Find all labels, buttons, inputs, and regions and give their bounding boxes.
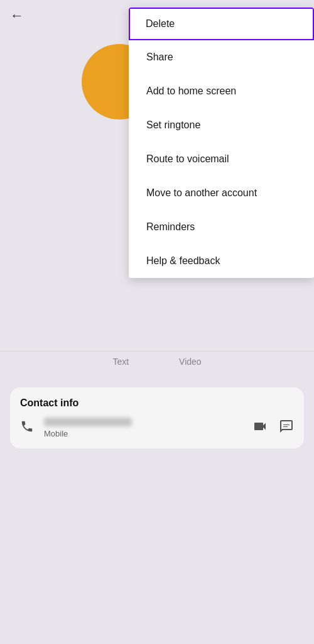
- menu-item-add-home[interactable]: Add to home screen: [129, 74, 314, 108]
- menu-item-reminders[interactable]: Reminders: [129, 210, 314, 244]
- menu-item-delete[interactable]: Delete: [129, 8, 314, 40]
- menu-item-route-voicemail[interactable]: Route to voicemail: [129, 142, 314, 176]
- context-menu: Delete Share Add to home screen Set ring…: [129, 8, 314, 278]
- menu-item-move-account[interactable]: Move to another account: [129, 176, 314, 210]
- menu-item-help-feedback[interactable]: Help & feedback: [129, 244, 314, 278]
- menu-item-share[interactable]: Share: [129, 40, 314, 74]
- menu-item-set-ringtone[interactable]: Set ringtone: [129, 108, 314, 142]
